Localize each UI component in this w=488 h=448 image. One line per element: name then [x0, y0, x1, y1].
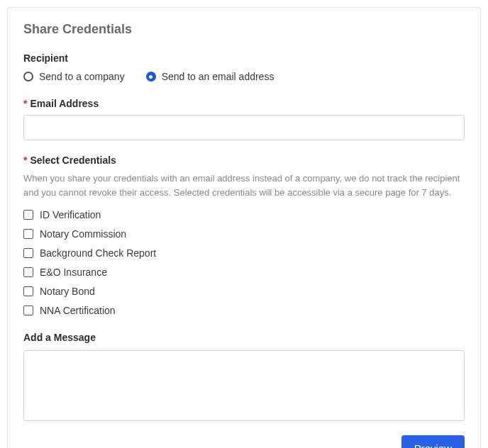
checkbox-icon [23, 210, 33, 220]
checkbox-label: ID Verification [40, 209, 101, 220]
checkbox-icon [23, 248, 33, 258]
email-label: *Email Address [23, 98, 465, 109]
credentials-checkbox-list: ID Verification Notary Commission Backgr… [23, 209, 465, 316]
recipient-label: Recipient [23, 52, 465, 64]
recipient-radio-email[interactable]: Send to an email address [146, 71, 274, 82]
checkbox-icon [23, 229, 33, 239]
message-textarea[interactable] [23, 350, 465, 421]
select-credentials-label-text: Select Credentials [30, 155, 116, 166]
email-input[interactable] [23, 115, 465, 140]
checkbox-label: NNA Certification [40, 305, 116, 316]
checkbox-label: Notary Bond [40, 286, 95, 297]
checkbox-icon [23, 306, 33, 315]
footer: Preview [23, 435, 465, 448]
required-asterisk-icon: * [23, 155, 27, 166]
checkbox-background-check[interactable]: Background Check Report [23, 247, 465, 259]
radio-unselected-icon [23, 72, 33, 82]
checkbox-icon [23, 267, 33, 277]
select-credentials-label: *Select Credentials [23, 155, 465, 166]
card-title: Share Credentials [23, 22, 465, 37]
email-label-text: Email Address [30, 98, 99, 109]
message-label: Add a Message [23, 332, 465, 343]
checkbox-id-verification[interactable]: ID Verification [23, 209, 465, 220]
checkbox-eo-insurance[interactable]: E&O Insurance [23, 267, 465, 278]
preview-button[interactable]: Preview [401, 435, 465, 448]
recipient-radio-email-label: Send to an email address [162, 71, 274, 82]
checkbox-icon [23, 286, 33, 296]
checkbox-label: Background Check Report [40, 247, 156, 259]
checkbox-nna-certification[interactable]: NNA Certification [23, 305, 465, 316]
recipient-radio-company-label: Send to a company [39, 71, 125, 82]
required-asterisk-icon: * [23, 98, 27, 109]
recipient-radio-group: Send to a company Send to an email addre… [23, 71, 465, 82]
share-credentials-card: Share Credentials Recipient Send to a co… [7, 7, 481, 448]
checkbox-label: Notary Commission [40, 228, 126, 240]
credentials-helper-text: When you share your credentials with an … [23, 172, 465, 199]
checkbox-notary-commission[interactable]: Notary Commission [23, 228, 465, 240]
recipient-radio-company[interactable]: Send to a company [23, 71, 125, 82]
checkbox-notary-bond[interactable]: Notary Bond [23, 286, 465, 297]
radio-selected-icon [146, 72, 156, 82]
checkbox-label: E&O Insurance [40, 267, 107, 278]
